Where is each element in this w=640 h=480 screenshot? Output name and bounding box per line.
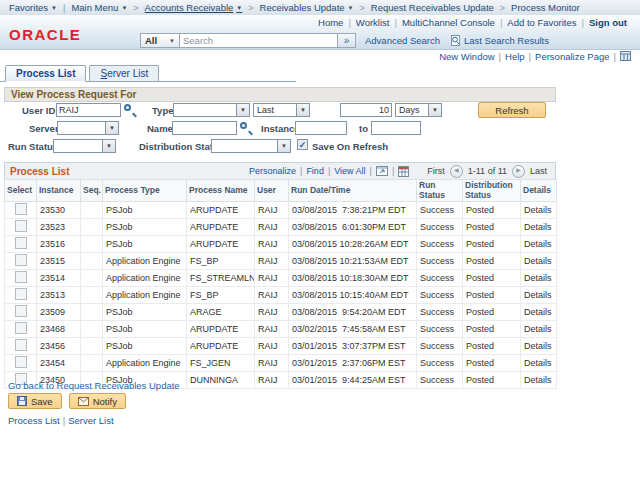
breadcrumb-item[interactable]: Favorites▼: [9, 2, 57, 13]
row-checkbox[interactable]: [15, 322, 27, 334]
details-link[interactable]: Details: [521, 287, 557, 304]
breadcrumb-item[interactable]: Receivables Update▼: [260, 2, 354, 13]
last-search-results-link[interactable]: Last Search Results: [464, 35, 549, 46]
days-count-input[interactable]: [340, 103, 392, 117]
download-to-excel-icon[interactable]: [398, 166, 409, 177]
type-select[interactable]: ▼: [173, 103, 250, 117]
run-status-cell: Success: [417, 321, 463, 338]
details-link[interactable]: Details: [521, 372, 557, 389]
row-checkbox[interactable]: [15, 254, 27, 266]
user-id-input[interactable]: [56, 103, 121, 117]
header-link-worklist[interactable]: Worklist: [356, 17, 390, 28]
link-separator: |: [499, 51, 501, 62]
tab-process-list[interactable]: Process List: [5, 65, 86, 82]
header-link-add-to-favorites[interactable]: Add to Favorites: [507, 17, 576, 28]
sign-out-link[interactable]: Sign out: [589, 17, 627, 28]
name-lookup-icon[interactable]: [240, 122, 247, 129]
process-name-link[interactable]: ARUPDATE: [187, 338, 255, 355]
personalize-link[interactable]: Personalize: [249, 166, 296, 176]
breadcrumb: Favorites▼|Main Menu▼>Accounts Receivabl…: [0, 0, 640, 16]
details-link[interactable]: Details: [521, 355, 557, 372]
pagebar-link-help[interactable]: Help: [505, 51, 525, 62]
last-select[interactable]: Last▼: [253, 103, 310, 117]
column-header-run-status: Run Status: [417, 180, 463, 202]
row-checkbox[interactable]: [15, 237, 27, 249]
row-checkbox[interactable]: [15, 288, 27, 300]
find-link[interactable]: Find: [306, 166, 324, 176]
process-name-link[interactable]: ARUPDATE: [187, 219, 255, 236]
details-link[interactable]: Details: [521, 338, 557, 355]
process-name-link[interactable]: DUNNINGA: [187, 372, 255, 389]
details-link[interactable]: Details: [521, 304, 557, 321]
save-button[interactable]: Save: [8, 393, 62, 409]
process-name-link[interactable]: ARUPDATE: [187, 321, 255, 338]
pager-first-label[interactable]: First: [427, 166, 445, 176]
run-status-select[interactable]: ▼: [53, 139, 116, 153]
row-checkbox[interactable]: [15, 271, 27, 283]
details-link[interactable]: Details: [521, 202, 557, 219]
details-link[interactable]: Details: [521, 253, 557, 270]
process-name-link[interactable]: ARAGE: [187, 304, 255, 321]
header-link-home[interactable]: Home: [318, 17, 343, 28]
go-back-link[interactable]: Go back to Request Receivables Update: [8, 380, 180, 391]
search-scope-dropdown[interactable]: All ▼: [140, 33, 180, 48]
process-name-link[interactable]: ARUPDATE: [187, 236, 255, 253]
oracle-logo: ORACLE: [9, 26, 81, 43]
user-cell: RAIJ: [255, 202, 289, 219]
days-unit-select[interactable]: Days▼: [395, 103, 442, 117]
instance-label: Instance: [261, 123, 300, 134]
tab-server-list[interactable]: Server List: [89, 65, 159, 81]
row-checkbox[interactable]: [15, 356, 27, 368]
breadcrumb-item[interactable]: Accounts Receivable▼: [145, 2, 243, 13]
chevron-down-icon: ▼: [348, 5, 354, 11]
instance-from-input[interactable]: [295, 121, 347, 135]
save-on-refresh-checkbox[interactable]: ✓: [297, 139, 308, 150]
row-checkbox[interactable]: [15, 305, 27, 317]
row-checkbox[interactable]: [15, 220, 27, 232]
zoom-grid-icon[interactable]: [376, 166, 388, 176]
footer-link-process-list[interactable]: Process List: [8, 415, 60, 426]
footer-link-server-list[interactable]: Server List: [68, 415, 113, 426]
pager-last-label[interactable]: Last: [530, 166, 547, 176]
pagebar-link-personalize-page[interactable]: Personalize Page: [535, 51, 609, 62]
pager-previous-icon[interactable]: ◀: [450, 165, 463, 178]
pager-next-icon[interactable]: ▶: [512, 165, 525, 178]
details-link[interactable]: Details: [521, 321, 557, 338]
instance-cell: 23515: [37, 253, 81, 270]
run-status-cell: Success: [417, 219, 463, 236]
distribution-status-cell: Posted: [463, 304, 521, 321]
instance-to-input[interactable]: [371, 121, 421, 135]
header-link-multichannel-console[interactable]: MultiChannel Console: [402, 17, 495, 28]
distribution-status-select[interactable]: ▼: [211, 139, 291, 153]
view-all-link[interactable]: View All: [334, 166, 365, 176]
run-status-cell: Success: [417, 270, 463, 287]
user-id-lookup-icon[interactable]: [124, 104, 131, 111]
breadcrumb-separator: >: [500, 3, 505, 13]
search-go-button[interactable]: »: [338, 33, 356, 48]
process-type-cell: PSJob: [103, 338, 187, 355]
breadcrumb-item[interactable]: Main Menu▼: [71, 2, 127, 13]
pagebar-link-new-window[interactable]: New Window: [439, 51, 494, 62]
details-link[interactable]: Details: [521, 270, 557, 287]
page-toolbar: New Window|Help|Personalize Page|: [0, 51, 631, 64]
server-select[interactable]: ▼: [57, 121, 119, 135]
row-checkbox[interactable]: [15, 203, 27, 215]
row-checkbox[interactable]: [15, 339, 27, 351]
details-link[interactable]: Details: [521, 236, 557, 253]
breadcrumb-item[interactable]: Request Receivables Update: [371, 2, 494, 13]
chevron-down-icon: ▼: [277, 140, 290, 152]
process-name-link[interactable]: ARUPDATE: [187, 202, 255, 219]
breadcrumb-item[interactable]: Process Monitor: [511, 2, 580, 13]
advanced-search-link[interactable]: Advanced Search: [365, 35, 440, 46]
details-link[interactable]: Details: [521, 219, 557, 236]
notify-button[interactable]: Notify: [69, 393, 126, 409]
user-cell: RAIJ: [255, 304, 289, 321]
personalize-page-grid-icon[interactable]: [620, 51, 631, 61]
distribution-status-cell: Posted: [463, 236, 521, 253]
row-select-cell: [5, 202, 37, 219]
refresh-button[interactable]: Refresh: [478, 102, 546, 118]
process-name-link: FS_STREAMLN: [187, 270, 255, 287]
name-input[interactable]: [172, 121, 237, 135]
search-input[interactable]: [180, 33, 338, 48]
run-status-cell: Success: [417, 338, 463, 355]
